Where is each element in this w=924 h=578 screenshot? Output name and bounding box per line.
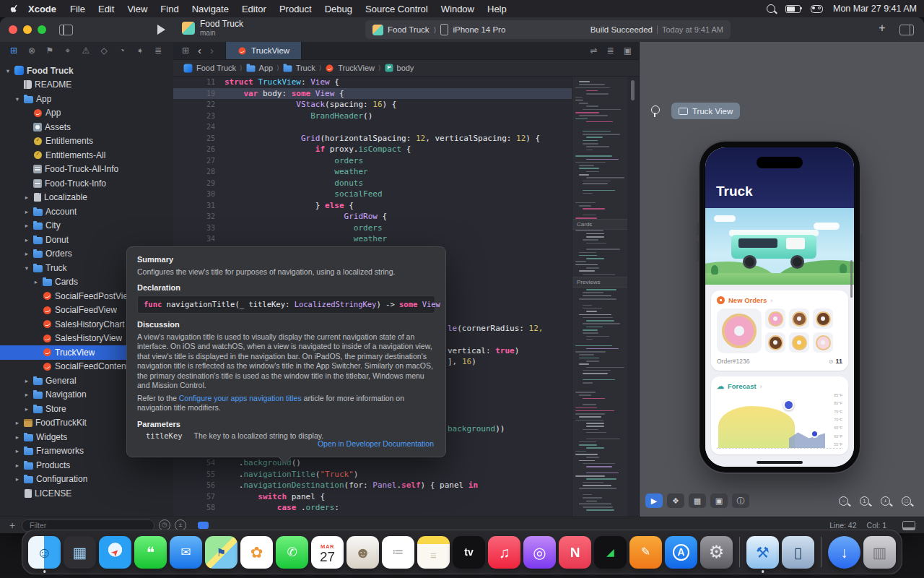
sidebar-item-food-truck-all-info[interactable]: Food-Truck-All-Info	[0, 163, 173, 177]
source-control-navigator-icon[interactable]: ⊗	[27, 46, 37, 56]
scheme-name[interactable]: Food Truck	[388, 25, 430, 34]
debug-navigator-icon[interactable]: ◔	[117, 46, 127, 56]
code-line-19[interactable]: 19 var body: some View {	[173, 88, 572, 100]
disclosure-triangle-icon[interactable]: ▸	[23, 377, 30, 384]
disclosure-triangle-icon[interactable]: ▸	[14, 462, 21, 469]
menu-product[interactable]: Product	[273, 4, 318, 14]
sidebar-item-app[interactable]: ▾App	[0, 92, 173, 106]
report-navigator-icon[interactable]: ≣	[153, 46, 163, 56]
navigation-titles-link[interactable]: Configure your apps navigation titles	[179, 394, 302, 402]
live-preview-button[interactable]: ▶	[645, 493, 663, 508]
sidebar-item-entitlements[interactable]: Entitlements	[0, 134, 173, 149]
project-navigator-icon[interactable]: ⊞	[9, 46, 19, 56]
line-number[interactable]: 19	[173, 88, 225, 100]
disclosure-triangle-icon[interactable]: ▸	[23, 222, 30, 229]
breadcrumb-truckview[interactable]: TruckView	[325, 64, 375, 73]
code-line-32[interactable]: 32 GridRow {	[173, 211, 572, 223]
code-line-23[interactable]: 23 BrandHeader()	[173, 111, 572, 122]
disclosure-triangle-icon[interactable]: ▸	[14, 475, 21, 483]
dock-trash[interactable]: ▥	[863, 536, 896, 569]
adjust-editor-options-button[interactable]: ≣	[607, 46, 614, 56]
code-line-29[interactable]: 29 donuts	[173, 178, 572, 189]
code-line-22[interactable]: 22 VStack(spacing: 16) {	[173, 99, 572, 111]
line-number[interactable]: 24	[173, 121, 225, 133]
zoom-in-button[interactable]: +	[878, 493, 893, 508]
donut-thumbnail[interactable]	[789, 309, 809, 329]
dock-podcasts[interactable]: ◎	[523, 536, 556, 569]
dock-mail[interactable]: ✉	[170, 536, 202, 569]
minimap[interactable]: CardsPreviews	[572, 77, 627, 519]
donut-thumbnail[interactable]	[765, 309, 785, 329]
line-number[interactable]: 32	[173, 211, 225, 223]
pin-preview-icon[interactable]	[651, 105, 660, 114]
editor-layout-button[interactable]	[899, 25, 914, 35]
dock-news[interactable]: N	[559, 536, 591, 569]
disclosure-triangle-icon[interactable]: ▸	[23, 405, 30, 413]
line-number[interactable]: 23	[173, 111, 225, 122]
line-number[interactable]: 29	[173, 178, 225, 189]
dock-calendar[interactable]: MAR27	[311, 536, 344, 569]
menu-file[interactable]: File	[64, 4, 92, 14]
dock-notes[interactable]: ≡	[417, 536, 450, 569]
close-window-button[interactable]	[9, 25, 17, 34]
add-file-button[interactable]: +	[7, 519, 17, 531]
new-orders-card[interactable]: New Orders › Order#1236 ⊙	[711, 290, 848, 371]
breakpoint-navigator-icon[interactable]: ➧	[135, 46, 145, 56]
disclosure-triangle-icon[interactable]: ▸	[14, 447, 21, 454]
sidebar-item-donut[interactable]: ▸Donut	[0, 233, 173, 247]
line-number[interactable]: 28	[173, 166, 225, 178]
line-number[interactable]: 31	[173, 200, 225, 212]
sidebar-item-products[interactable]: ▸Products	[0, 458, 173, 473]
toggle-debug-area-button[interactable]	[902, 521, 915, 530]
dock-safari[interactable]: ➤	[99, 536, 131, 569]
spotlight-search-icon[interactable]	[767, 4, 775, 13]
dock-reminders[interactable]: ≔	[382, 536, 414, 569]
menu-view[interactable]: View	[121, 4, 154, 14]
sidebar-item-license[interactable]: LICENSE	[0, 486, 173, 501]
disclosure-triangle-icon[interactable]: ▸	[23, 236, 30, 243]
donut-thumbnail[interactable]	[789, 332, 809, 353]
disclosure-triangle-icon[interactable]: ▸	[23, 208, 30, 215]
code-line-27[interactable]: 27 orders	[173, 155, 572, 167]
dock-settings[interactable]: ⚙	[700, 536, 733, 569]
line-number[interactable]: 54	[173, 457, 225, 469]
line-number[interactable]: 58	[173, 502, 225, 514]
code-line-30[interactable]: 30 socialFeed	[173, 189, 572, 200]
donut-thumbnail[interactable]	[765, 332, 785, 353]
preview-device-button[interactable]: ▣	[710, 493, 728, 508]
run-destination[interactable]: iPhone 14 Pro	[453, 25, 505, 34]
menu-source-control[interactable]: Source Control	[359, 4, 435, 14]
menu-find[interactable]: Find	[154, 4, 185, 14]
menu-navigate[interactable]: Navigate	[186, 4, 235, 14]
code-line-28[interactable]: 28 weather	[173, 166, 572, 178]
disclosure-triangle-icon[interactable]: ▸	[14, 434, 21, 441]
apple-menu[interactable]	[10, 4, 19, 14]
find-navigator-icon[interactable]: ⌖	[63, 46, 73, 56]
preview-variants-button[interactable]: ❖	[667, 493, 684, 508]
dock-contacts[interactable]: ☻	[346, 536, 379, 569]
line-number[interactable]: 34	[173, 233, 225, 245]
disclosure-triangle-icon[interactable]: ▸	[23, 194, 30, 201]
code-review-button[interactable]: ⇌	[590, 46, 598, 56]
dock-pages[interactable]: ✎	[629, 536, 662, 569]
open-documentation-link[interactable]: Open in Developer Documentation	[318, 439, 434, 449]
app-menu-xcode[interactable]: Xcode	[22, 4, 62, 14]
breadcrumb-body[interactable]: body	[385, 64, 414, 72]
minimize-window-button[interactable]	[23, 25, 32, 34]
code-line-56[interactable]: 56 .navigationDestination(for: Panel.sel…	[173, 480, 572, 491]
breakpoints-toggle[interactable]	[198, 522, 209, 529]
code-line-26[interactable]: 26 if proxy.isCompact {	[173, 144, 572, 155]
line-number[interactable]: 33	[173, 223, 225, 234]
back-button[interactable]: ‹	[198, 47, 201, 54]
sidebar-item-food-truck[interactable]: ▾Food Truck	[0, 64, 173, 78]
bookmarks-navigator-icon[interactable]: ⚑	[45, 46, 55, 56]
menu-bar-clock[interactable]: Mon Mar 27 9:41 AM	[833, 4, 917, 14]
breadcrumb-app[interactable]: App	[246, 64, 274, 72]
donut-thumbnail[interactable]	[717, 309, 762, 353]
line-number[interactable]: 22	[173, 99, 225, 111]
zoom-out-button[interactable]: −	[836, 493, 851, 508]
editor-tab-truckview[interactable]: TruckView	[225, 42, 302, 59]
editor-scrollbar[interactable]	[631, 80, 635, 100]
dock-downloads[interactable]: ↓	[828, 536, 860, 569]
line-number[interactable]: 55	[173, 469, 225, 480]
